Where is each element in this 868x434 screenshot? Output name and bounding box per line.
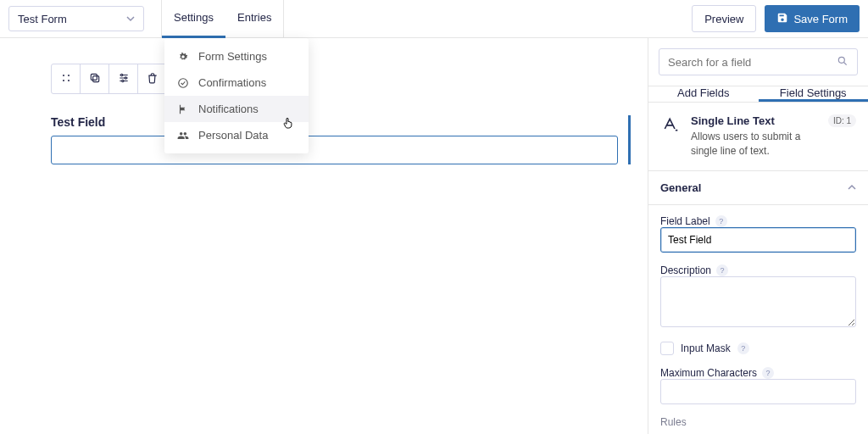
preview-button-label: Preview xyxy=(704,13,743,25)
save-icon xyxy=(776,12,788,26)
tab-settings-label: Settings xyxy=(174,11,214,24)
svg-point-2 xyxy=(68,75,70,76)
svg-point-9 xyxy=(121,80,123,81)
tab-add-fields[interactable]: Add Fields xyxy=(648,86,759,102)
drag-icon xyxy=(61,73,71,86)
primary-tabs: Settings Entries xyxy=(162,0,283,38)
svg-point-8 xyxy=(125,76,126,78)
text-field-icon xyxy=(660,114,681,135)
general-settings-body: Field Label ? Description ? Input Mask ? xyxy=(648,205,868,434)
trash-icon xyxy=(147,72,159,86)
field-label-label: Field Label xyxy=(660,215,710,227)
form-selector[interactable]: Test Form xyxy=(8,6,144,31)
svg-rect-6 xyxy=(91,74,97,80)
top-bar: Test Form Settings Entries Preview Save … xyxy=(0,0,868,38)
form-selector-label: Test Form xyxy=(18,13,67,25)
menu-label: Personal Data xyxy=(198,129,268,142)
tab-field-settings[interactable]: Field Settings xyxy=(759,86,869,102)
tab-entries-label: Entries xyxy=(237,11,271,24)
svg-point-3 xyxy=(63,80,64,81)
svg-point-10 xyxy=(838,57,844,63)
gear-icon xyxy=(176,51,190,63)
section-general[interactable]: General xyxy=(648,171,868,205)
form-canvas: Form Settings Confirmations Notification… xyxy=(0,38,648,434)
right-sidebar: Add Fields Field Settings Single Line Te… xyxy=(648,38,868,434)
save-form-button[interactable]: Save Form xyxy=(765,5,860,32)
tab-label: Field Settings xyxy=(780,86,847,99)
duplicate-button[interactable] xyxy=(81,64,109,93)
max-chars-label: Maximum Characters xyxy=(660,367,757,379)
menu-label: Form Settings xyxy=(198,50,267,63)
description-textarea[interactable] xyxy=(660,276,856,327)
tab-label: Add Fields xyxy=(677,86,729,99)
tab-settings[interactable]: Settings xyxy=(162,0,225,38)
cursor-pointer-icon xyxy=(281,116,295,130)
svg-point-4 xyxy=(68,80,70,81)
help-icon[interactable]: ? xyxy=(737,342,749,354)
duplicate-icon xyxy=(89,72,101,86)
field-type-desc: Allows users to submit a single line of … xyxy=(691,130,818,159)
field-label-input[interactable] xyxy=(660,227,856,253)
settings-slider-button[interactable] xyxy=(109,64,138,93)
field-type-header: Single Line Text Allows users to submit … xyxy=(648,103,868,171)
search-wrap xyxy=(648,38,868,86)
divider xyxy=(283,0,284,38)
field-preview[interactable]: Test Field xyxy=(51,115,631,164)
menu-item-confirmations[interactable]: Confirmations xyxy=(164,70,309,96)
input-mask-label: Input Mask xyxy=(681,342,731,354)
menu-label: Confirmations xyxy=(198,76,266,89)
sidebar-tabs: Add Fields Field Settings xyxy=(648,86,868,103)
max-chars-input[interactable] xyxy=(660,379,856,404)
svg-point-7 xyxy=(120,74,122,75)
help-icon[interactable]: ? xyxy=(716,264,728,276)
search-icon xyxy=(837,55,849,70)
svg-point-0 xyxy=(179,78,188,87)
delete-button[interactable] xyxy=(138,64,167,93)
people-icon xyxy=(176,130,190,142)
tab-entries[interactable]: Entries xyxy=(225,0,283,38)
input-mask-checkbox[interactable] xyxy=(660,342,674,355)
menu-item-form-settings[interactable]: Form Settings xyxy=(164,43,309,70)
svg-rect-5 xyxy=(92,75,98,81)
rules-label: Rules xyxy=(660,416,856,428)
save-button-label: Save Form xyxy=(793,13,848,25)
menu-label: Notifications xyxy=(198,103,259,115)
chevron-up-icon xyxy=(848,181,856,194)
field-preview-input[interactable] xyxy=(51,136,618,164)
description-label: Description xyxy=(660,264,711,276)
field-preview-label: Test Field xyxy=(51,115,618,129)
preview-button[interactable]: Preview xyxy=(692,5,756,32)
help-icon[interactable]: ? xyxy=(762,367,774,379)
check-circle-icon xyxy=(176,77,190,89)
search-input[interactable] xyxy=(668,56,837,69)
content: Form Settings Confirmations Notification… xyxy=(0,38,868,434)
section-title: General xyxy=(660,181,701,194)
drag-handle-button[interactable] xyxy=(52,64,81,93)
field-id-badge: ID: 1 xyxy=(828,114,856,127)
field-toolbar xyxy=(51,64,168,94)
search-field-box[interactable] xyxy=(659,48,858,75)
sliders-icon xyxy=(118,72,130,86)
flag-icon xyxy=(176,103,190,115)
field-type-title: Single Line Text xyxy=(691,114,818,127)
chevron-down-icon xyxy=(126,13,135,25)
svg-point-1 xyxy=(63,75,64,76)
settings-dropdown: Form Settings Confirmations Notification… xyxy=(164,38,309,153)
help-icon[interactable]: ? xyxy=(715,215,727,227)
